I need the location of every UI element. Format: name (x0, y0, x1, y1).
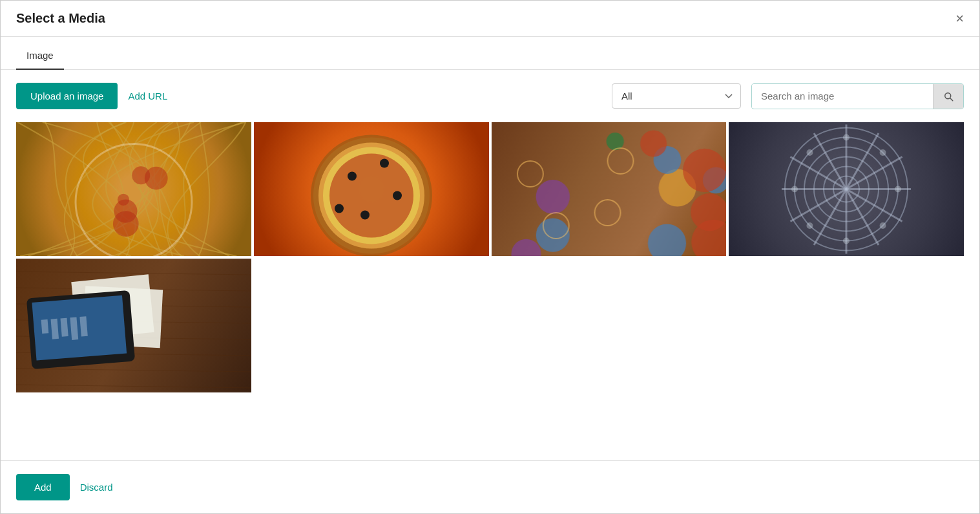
search-button[interactable] (933, 84, 963, 109)
image-item[interactable] (729, 122, 964, 256)
add-url-button[interactable]: Add URL (128, 91, 167, 102)
search-input[interactable] (752, 84, 933, 108)
tab-image[interactable]: Image (16, 45, 64, 70)
search-wrapper (751, 83, 964, 109)
image-pasta[interactable] (16, 122, 251, 256)
tabs-bar: Image (1, 37, 979, 70)
media-modal: Select a Media × Image Upload an image A… (0, 0, 980, 514)
modal-title: Select a Media (16, 11, 105, 26)
image-item[interactable] (16, 259, 251, 392)
image-item[interactable] (254, 122, 489, 256)
image-tablet[interactable] (16, 259, 251, 392)
image-grid-row-2 (1, 259, 979, 395)
modal-footer: Add Discard (1, 460, 979, 513)
image-pizza[interactable] (254, 122, 489, 256)
add-button[interactable]: Add (16, 474, 70, 500)
image-grid-row-1 (1, 122, 979, 259)
image-food-spread[interactable] (492, 122, 727, 256)
close-button[interactable]: × (955, 12, 964, 26)
search-icon (943, 91, 954, 102)
image-item[interactable] (16, 122, 251, 256)
discard-button[interactable]: Discard (80, 482, 113, 493)
upload-image-button[interactable]: Upload an image (16, 83, 118, 109)
modal-header: Select a Media × (1, 1, 979, 37)
filter-select[interactable]: All Images Videos Documents (612, 83, 741, 109)
toolbar: Upload an image Add URL All Images Video… (1, 70, 979, 122)
image-machinery[interactable] (729, 122, 964, 256)
image-item[interactable] (492, 122, 727, 256)
